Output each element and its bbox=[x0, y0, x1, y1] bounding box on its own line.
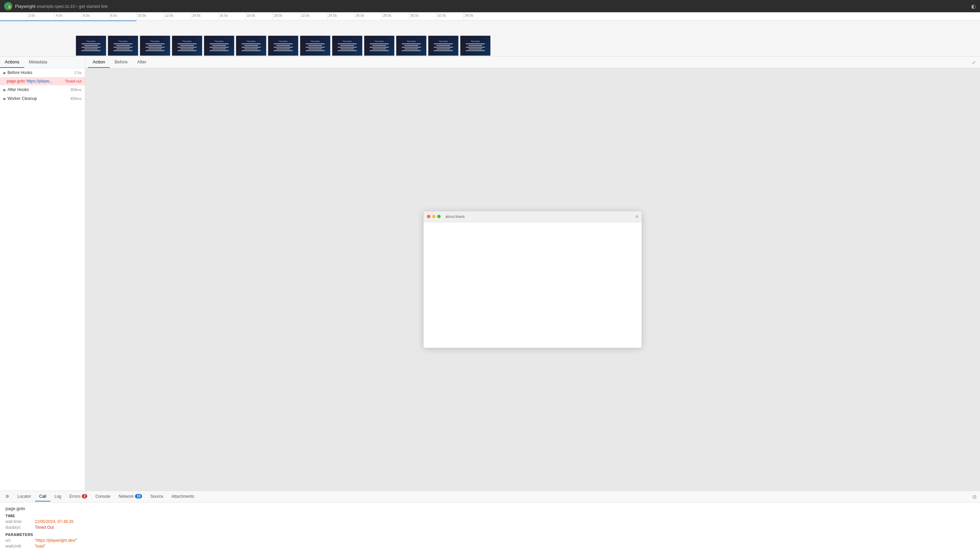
duration-key: duration: bbox=[5, 525, 33, 530]
wall-time-row: wall time: 22/05/2024, 07:48:26 bbox=[5, 519, 975, 524]
tick-32s: 32.0s bbox=[436, 12, 463, 20]
list-item[interactable]: ▶ Before Hooks 2.5s bbox=[0, 68, 85, 77]
right-panel: Action Before After ⤢ about:blank ≡ bbox=[85, 57, 980, 491]
bottom-panel: ⚙ Locator Call Log Errors 2 Console Netw… bbox=[0, 491, 980, 553]
left-panel-content: ▶ Before Hooks 2.5s page.goto https://pl… bbox=[0, 68, 85, 491]
tick-20s: 20.0s bbox=[273, 12, 300, 20]
page-goto-url: https://playw... bbox=[26, 79, 64, 83]
wall-time-key: wall time: bbox=[5, 519, 33, 524]
action-label: Worker Cleanup bbox=[8, 96, 70, 101]
tab-errors[interactable]: Errors 2 bbox=[65, 492, 91, 502]
thumbnail-7[interactable]: Playwright bbox=[268, 35, 299, 56]
action-duration: 458ms bbox=[70, 97, 81, 100]
tab-before[interactable]: Before bbox=[110, 57, 132, 68]
thumbnail-11[interactable]: Playwright bbox=[396, 35, 426, 56]
tab-action[interactable]: Action bbox=[88, 57, 110, 68]
browser-url: about:blank bbox=[445, 214, 465, 218]
thumbnail-13[interactable]: Playwright bbox=[460, 35, 491, 56]
right-panel-tabs: Action Before After ⤢ bbox=[85, 57, 980, 68]
left-panel-tabs: Actions Metadata bbox=[0, 57, 85, 68]
duration-row: duration: Timed Out bbox=[5, 525, 975, 530]
action-label: After Hooks bbox=[8, 87, 70, 92]
bottom-content: page.goto TIME wall time: 22/05/2024, 07… bbox=[0, 502, 980, 553]
chevron-right-icon: ▶ bbox=[3, 71, 6, 75]
tick-10s: 10.0s bbox=[136, 12, 164, 20]
theme-toggle-icon[interactable]: ◐ bbox=[971, 3, 976, 10]
tick-30s: 30.0s bbox=[409, 12, 436, 20]
tab-settings-icon[interactable]: ⚙ bbox=[2, 492, 13, 502]
chevron-right-icon: ▶ bbox=[3, 97, 6, 100]
action-duration: 2.5s bbox=[74, 70, 81, 75]
thumbnail-3[interactable]: Playwright bbox=[140, 35, 170, 56]
panel-toggle-icon[interactable]: ⊟ bbox=[970, 492, 978, 501]
left-panel: Actions Metadata ▶ Before Hooks 2.5s pag… bbox=[0, 57, 85, 491]
maximize-dot bbox=[437, 215, 441, 218]
tick-4s: 4.0s bbox=[54, 12, 82, 20]
call-method-label: page.goto bbox=[5, 506, 975, 511]
tick-16s: 16.0s bbox=[218, 12, 245, 20]
playwright-logo: 🎭 bbox=[4, 2, 12, 10]
thumbnail-1[interactable]: Playwright bbox=[76, 35, 106, 56]
tab-attachments[interactable]: Attachments bbox=[167, 492, 198, 502]
thumbnail-8[interactable]: Playwright bbox=[300, 35, 331, 56]
tick-34s: 34.0s bbox=[463, 12, 491, 20]
list-item[interactable]: ▶ After Hooks 359ms bbox=[0, 85, 85, 94]
timeline-ruler: 2.0s 4.0s 6.0s 8.0s 10.0s 12.0s 14.0s 16… bbox=[0, 12, 980, 21]
tick-28s: 28.0s bbox=[382, 12, 409, 20]
tab-locator[interactable]: Locator bbox=[13, 492, 35, 502]
wait-until-key: waitUntil: bbox=[5, 544, 33, 548]
tab-source[interactable]: Source bbox=[146, 492, 167, 502]
action-duration: 359ms bbox=[70, 88, 81, 92]
page-goto-item[interactable]: page.goto https://playw... Timed out bbox=[0, 77, 85, 85]
tick-24s: 24.0s bbox=[327, 12, 355, 20]
thumbnail-4[interactable]: Playwright bbox=[172, 35, 202, 56]
wall-time-value: 22/05/2024, 07:48:26 bbox=[35, 519, 73, 524]
expand-icon[interactable]: ⤢ bbox=[970, 58, 977, 67]
tab-after[interactable]: After bbox=[132, 57, 151, 68]
tick-18s: 18.0s bbox=[245, 12, 273, 20]
url-key: url: bbox=[5, 538, 33, 543]
action-label: Before Hooks bbox=[8, 70, 74, 75]
browser-toolbar: about:blank ≡ bbox=[423, 211, 642, 222]
thumbnail-12[interactable]: Playwright bbox=[428, 35, 459, 56]
network-badge: 19 bbox=[135, 494, 142, 499]
tab-console[interactable]: Console bbox=[91, 492, 115, 502]
list-item[interactable]: ▶ Worker Cleanup 458ms bbox=[0, 94, 85, 103]
tab-log[interactable]: Log bbox=[51, 492, 65, 502]
browser-menu-icon: ≡ bbox=[635, 214, 638, 219]
errors-label: Errors bbox=[70, 494, 81, 499]
duration-value: Timed Out bbox=[35, 525, 54, 530]
tab-call[interactable]: Call bbox=[35, 492, 51, 502]
tick-14s: 14.0s bbox=[191, 12, 218, 20]
tab-network[interactable]: Network 19 bbox=[115, 492, 146, 502]
time-section-header: TIME bbox=[5, 514, 975, 518]
timeline-thumbnails[interactable]: Playwright Playwright Playwright Playwri… bbox=[0, 21, 980, 57]
thumbnail-9[interactable]: Playwright bbox=[332, 35, 363, 56]
wait-until-value: "load" bbox=[35, 544, 45, 548]
params-section-header: PARAMETERS bbox=[5, 532, 975, 537]
tick-22s: 22.0s bbox=[300, 12, 327, 20]
thumbnail-5[interactable]: Playwright bbox=[204, 35, 234, 56]
breadcrumb: example.spec.ts:10 › get started link bbox=[37, 4, 108, 9]
page-goto-label: page.goto bbox=[7, 79, 25, 83]
tick-8s: 8.0s bbox=[109, 12, 136, 20]
bottom-panel-tabs: ⚙ Locator Call Log Errors 2 Console Netw… bbox=[0, 491, 980, 502]
tab-metadata[interactable]: Metadata bbox=[24, 57, 52, 68]
timeline-progress-bar bbox=[0, 21, 136, 21]
thumbnail-6[interactable]: Playwright bbox=[236, 35, 266, 56]
url-value: "https://playwright.dev/" bbox=[35, 538, 77, 543]
timed-out-badge: Timed out bbox=[65, 79, 81, 83]
minimize-dot bbox=[432, 215, 436, 218]
tab-actions[interactable]: Actions bbox=[0, 57, 24, 68]
errors-badge: 2 bbox=[82, 494, 87, 499]
thumbnail-2[interactable]: Playwright bbox=[108, 35, 138, 56]
main-content: Actions Metadata ▶ Before Hooks 2.5s pag… bbox=[0, 57, 980, 491]
thumbnail-10[interactable]: Playwright bbox=[364, 35, 395, 56]
browser-window-controls bbox=[427, 215, 441, 218]
tick-6s: 6.0s bbox=[82, 12, 109, 20]
close-dot bbox=[427, 215, 430, 218]
chevron-right-icon: ▶ bbox=[3, 88, 6, 92]
preview-area: about:blank ≡ bbox=[85, 68, 980, 491]
url-row: url: "https://playwright.dev/" bbox=[5, 538, 975, 543]
tick-12s: 12.0s bbox=[164, 12, 191, 20]
